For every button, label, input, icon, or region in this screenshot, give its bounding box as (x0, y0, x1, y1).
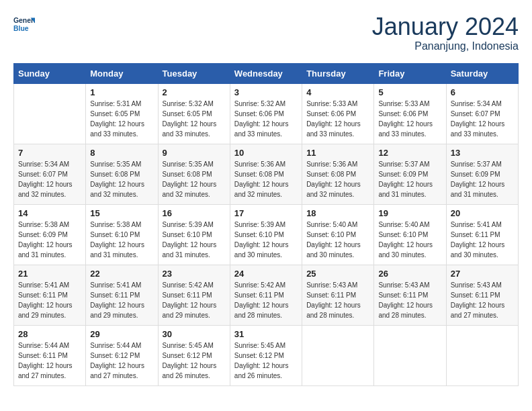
calendar-cell: 6Sunrise: 5:34 AMSunset: 6:07 PMDaylight… (446, 83, 518, 144)
day-number: 30 (163, 329, 226, 339)
calendar-body: 1Sunrise: 5:31 AMSunset: 6:05 PMDaylight… (14, 83, 519, 385)
day-info: Sunrise: 5:32 AMSunset: 6:05 PMDaylight:… (163, 99, 226, 139)
day-number: 20 (451, 208, 514, 218)
day-info: Sunrise: 5:40 AMSunset: 6:10 PMDaylight:… (378, 220, 441, 260)
day-info: Sunrise: 5:40 AMSunset: 6:10 PMDaylight:… (306, 220, 369, 260)
day-info: Sunrise: 5:42 AMSunset: 6:11 PMDaylight:… (163, 280, 226, 320)
calendar-cell: 12Sunrise: 5:37 AMSunset: 6:09 PMDayligh… (374, 144, 446, 204)
month-title: January 2024 (372, 13, 519, 40)
day-info: Sunrise: 5:45 AMSunset: 6:12 PMDaylight:… (234, 340, 298, 381)
day-info: Sunrise: 5:35 AMSunset: 6:08 PMDaylight:… (163, 159, 226, 199)
day-number: 24 (234, 269, 298, 279)
page-header: General Blue January 2024 Pananjung, Ind… (13, 13, 519, 52)
day-info: Sunrise: 5:32 AMSunset: 6:06 PMDaylight:… (234, 99, 298, 139)
calendar-cell: 19Sunrise: 5:40 AMSunset: 6:10 PMDayligh… (374, 204, 446, 265)
day-number: 15 (90, 208, 153, 218)
day-number: 8 (90, 148, 153, 158)
calendar-cell: 4Sunrise: 5:33 AMSunset: 6:06 PMDaylight… (302, 83, 374, 144)
calendar-cell: 22Sunrise: 5:41 AMSunset: 6:11 PMDayligh… (86, 265, 158, 325)
day-info: Sunrise: 5:42 AMSunset: 6:11 PMDaylight:… (234, 280, 298, 320)
day-number: 16 (163, 208, 226, 218)
day-number: 28 (18, 329, 81, 339)
day-info: Sunrise: 5:34 AMSunset: 6:07 PMDaylight:… (18, 159, 81, 199)
calendar-cell: 24Sunrise: 5:42 AMSunset: 6:11 PMDayligh… (230, 265, 302, 325)
day-number: 22 (90, 269, 153, 279)
day-number: 25 (306, 269, 369, 279)
calendar-cell: 11Sunrise: 5:36 AMSunset: 6:08 PMDayligh… (302, 144, 374, 204)
day-number: 4 (306, 87, 369, 97)
day-info: Sunrise: 5:43 AMSunset: 6:11 PMDaylight:… (378, 280, 441, 320)
svg-text:Blue: Blue (13, 25, 29, 32)
header-sunday: Sunday (14, 63, 86, 83)
day-number: 21 (18, 269, 81, 279)
calendar-row: 14Sunrise: 5:38 AMSunset: 6:09 PMDayligh… (14, 204, 519, 265)
calendar-cell: 3Sunrise: 5:32 AMSunset: 6:06 PMDaylight… (230, 83, 302, 144)
day-info: Sunrise: 5:43 AMSunset: 6:11 PMDaylight:… (306, 280, 369, 320)
calendar-cell (14, 83, 86, 144)
day-number: 19 (378, 208, 441, 218)
calendar-cell: 31Sunrise: 5:45 AMSunset: 6:12 PMDayligh… (230, 325, 302, 385)
location-subtitle: Pananjung, Indonesia (372, 40, 519, 52)
day-info: Sunrise: 5:35 AMSunset: 6:08 PMDaylight:… (90, 159, 153, 199)
calendar-cell: 27Sunrise: 5:43 AMSunset: 6:11 PMDayligh… (446, 265, 518, 325)
day-number: 6 (451, 87, 514, 97)
header-friday: Friday (374, 63, 446, 83)
calendar-row: 21Sunrise: 5:41 AMSunset: 6:11 PMDayligh… (14, 265, 519, 325)
day-number: 9 (163, 148, 226, 158)
day-info: Sunrise: 5:38 AMSunset: 6:10 PMDaylight:… (90, 220, 153, 260)
calendar-cell: 17Sunrise: 5:39 AMSunset: 6:10 PMDayligh… (230, 204, 302, 265)
day-info: Sunrise: 5:44 AMSunset: 6:11 PMDaylight:… (18, 340, 81, 381)
day-number: 17 (234, 208, 298, 218)
day-number: 1 (90, 87, 153, 97)
title-block: January 2024 Pananjung, Indonesia (372, 13, 519, 52)
day-number: 12 (378, 148, 441, 158)
day-number: 31 (234, 329, 298, 339)
calendar-cell: 8Sunrise: 5:35 AMSunset: 6:08 PMDaylight… (86, 144, 158, 204)
calendar-cell (446, 325, 518, 385)
day-info: Sunrise: 5:36 AMSunset: 6:08 PMDaylight:… (306, 159, 369, 199)
day-info: Sunrise: 5:36 AMSunset: 6:08 PMDaylight:… (234, 159, 298, 199)
header-tuesday: Tuesday (158, 63, 230, 83)
day-info: Sunrise: 5:41 AMSunset: 6:11 PMDaylight:… (451, 220, 514, 260)
day-info: Sunrise: 5:31 AMSunset: 6:05 PMDaylight:… (90, 99, 153, 139)
calendar-cell: 26Sunrise: 5:43 AMSunset: 6:11 PMDayligh… (374, 265, 446, 325)
day-number: 13 (451, 148, 514, 158)
day-number: 18 (306, 208, 369, 218)
calendar-cell: 14Sunrise: 5:38 AMSunset: 6:09 PMDayligh… (14, 204, 86, 265)
calendar-cell: 1Sunrise: 5:31 AMSunset: 6:05 PMDaylight… (86, 83, 158, 144)
day-info: Sunrise: 5:44 AMSunset: 6:12 PMDaylight:… (90, 340, 153, 381)
day-number: 7 (18, 148, 81, 158)
logo-icon: General Blue (13, 13, 35, 35)
day-number: 11 (306, 148, 369, 158)
day-number: 14 (18, 208, 81, 218)
calendar-header-row: Sunday Monday Tuesday Wednesday Thursday… (14, 63, 519, 83)
day-number: 26 (378, 269, 441, 279)
calendar-cell (302, 325, 374, 385)
day-number: 10 (234, 148, 298, 158)
day-number: 23 (163, 269, 226, 279)
header-saturday: Saturday (446, 63, 518, 83)
day-info: Sunrise: 5:37 AMSunset: 6:09 PMDaylight:… (378, 159, 441, 199)
calendar-row: 1Sunrise: 5:31 AMSunset: 6:05 PMDaylight… (14, 83, 519, 144)
day-info: Sunrise: 5:39 AMSunset: 6:10 PMDaylight:… (234, 220, 298, 260)
day-info: Sunrise: 5:41 AMSunset: 6:11 PMDaylight:… (18, 280, 81, 320)
calendar-cell: 30Sunrise: 5:45 AMSunset: 6:12 PMDayligh… (158, 325, 230, 385)
calendar-cell: 29Sunrise: 5:44 AMSunset: 6:12 PMDayligh… (86, 325, 158, 385)
calendar-row: 7Sunrise: 5:34 AMSunset: 6:07 PMDaylight… (14, 144, 519, 204)
calendar-cell: 9Sunrise: 5:35 AMSunset: 6:08 PMDaylight… (158, 144, 230, 204)
calendar-cell: 2Sunrise: 5:32 AMSunset: 6:05 PMDaylight… (158, 83, 230, 144)
calendar-cell: 13Sunrise: 5:37 AMSunset: 6:09 PMDayligh… (446, 144, 518, 204)
day-number: 27 (451, 269, 514, 279)
day-info: Sunrise: 5:34 AMSunset: 6:07 PMDaylight:… (451, 99, 514, 139)
day-info: Sunrise: 5:43 AMSunset: 6:11 PMDaylight:… (451, 280, 514, 320)
day-number: 5 (378, 87, 441, 97)
day-info: Sunrise: 5:41 AMSunset: 6:11 PMDaylight:… (90, 280, 153, 320)
calendar-row: 28Sunrise: 5:44 AMSunset: 6:11 PMDayligh… (14, 325, 519, 385)
calendar-cell: 25Sunrise: 5:43 AMSunset: 6:11 PMDayligh… (302, 265, 374, 325)
calendar-cell: 7Sunrise: 5:34 AMSunset: 6:07 PMDaylight… (14, 144, 86, 204)
header-monday: Monday (86, 63, 158, 83)
day-number: 2 (163, 87, 226, 97)
calendar-cell: 20Sunrise: 5:41 AMSunset: 6:11 PMDayligh… (446, 204, 518, 265)
day-info: Sunrise: 5:38 AMSunset: 6:09 PMDaylight:… (18, 220, 81, 260)
header-wednesday: Wednesday (230, 63, 302, 83)
